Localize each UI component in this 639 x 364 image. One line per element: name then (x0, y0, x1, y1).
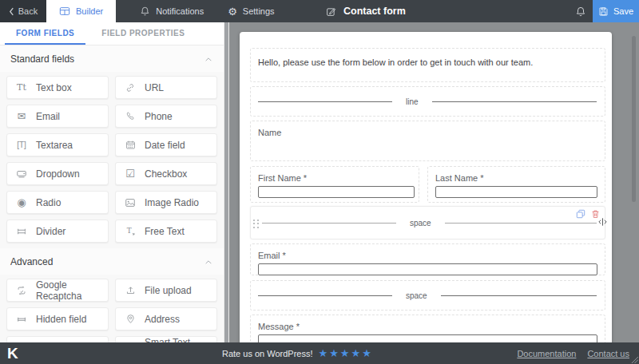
field-button-divider[interactable]: Divider (6, 220, 109, 243)
save-label: Save (613, 6, 633, 16)
field-label: Smart Text Output (145, 337, 208, 343)
link-icon (124, 81, 137, 94)
sidebar-scrollbar-thumb[interactable] (224, 22, 228, 342)
notifications-bell-button[interactable] (569, 0, 593, 22)
field-button-url[interactable]: URL (115, 76, 217, 99)
resize-grip-icon[interactable] (631, 356, 638, 363)
tab-builder-label: Builder (76, 6, 103, 16)
field-button-radio[interactable]: ◉ Radio (6, 191, 109, 214)
field-button-google-recaptcha[interactable]: Google Recaptcha (6, 279, 109, 302)
canvas-block-last-name[interactable]: Last Name * (427, 166, 605, 203)
star-icon[interactable]: ★ (340, 348, 350, 358)
edit-pencil-icon[interactable] (326, 6, 336, 17)
star-icon[interactable]: ★ (362, 348, 371, 358)
canvas-block-first-name[interactable]: First Name * (250, 166, 419, 203)
calendar-icon (124, 139, 137, 152)
divider-row: space (251, 207, 605, 239)
field-button-image-radio[interactable]: Image Radio (115, 191, 217, 214)
field-label: Radio (36, 197, 61, 208)
email-input[interactable] (258, 263, 597, 275)
tab-notifications[interactable]: Notifications (140, 0, 204, 22)
star-icon[interactable]: ★ (329, 348, 339, 358)
message-label: Message * (258, 322, 605, 331)
tab-notifications-label: Notifications (156, 6, 204, 16)
section-standard-fields[interactable]: Standard fields (0, 46, 224, 72)
field-button-rating[interactable]: ★ Rating (6, 336, 109, 342)
field-label: Checkbox (145, 168, 187, 180)
documentation-link[interactable]: Documentation (517, 349, 576, 358)
field-button-phone[interactable]: Phone (115, 105, 217, 128)
field-label: Textarea (36, 140, 73, 151)
sidebar-scrollbar (224, 22, 229, 342)
canvas-block-message[interactable]: Message * (250, 315, 605, 342)
field-button-date-field[interactable]: Date field (115, 133, 217, 156)
tab-form-fields[interactable]: FORM FIELDS (5, 22, 85, 45)
field-button-checkbox[interactable]: ☑ Checkbox (115, 162, 217, 185)
form-canvas: Hello, please use the form below in orde… (240, 32, 612, 342)
map-pin-icon (124, 313, 137, 326)
bell-icon (140, 6, 150, 17)
canvas-block-freetext[interactable]: Hello, please use the form below in orde… (250, 48, 605, 82)
rate-us-text: Rate us on WordPress! (222, 349, 313, 358)
form-title: Contact form (343, 6, 406, 17)
freetext-content: Hello, please use the form below in orde… (258, 57, 597, 67)
section-advanced[interactable]: Advanced (0, 248, 224, 275)
field-button-free-text[interactable]: T Free Text (115, 220, 217, 243)
form-builder-app: Back Builder Notifications ⚙ Settings Co… (0, 0, 639, 364)
divider-line (445, 223, 597, 224)
divider-line (441, 295, 597, 296)
rating-stars: ★ ★ ★ ★ ★ (319, 348, 371, 358)
textbox-icon: Tt (15, 81, 28, 94)
tab-field-properties[interactable]: FIELD PROPERTIES (90, 22, 196, 45)
free-text-icon: T (124, 225, 137, 238)
divider-label: space (392, 291, 441, 300)
back-button[interactable]: Back (0, 0, 46, 22)
field-button-dropdown[interactable]: Dropdown (6, 162, 109, 185)
message-textarea[interactable] (258, 334, 597, 342)
field-button-file-upload[interactable]: File upload (115, 279, 217, 302)
star-icon[interactable]: ★ (319, 348, 328, 358)
canvas-block-space-divider[interactable]: space (250, 280, 605, 311)
field-button-email[interactable]: ✉ Email (6, 105, 109, 128)
field-button-text-box[interactable]: Tt Text box (6, 76, 109, 99)
field-button-hidden-field[interactable]: Hidden field (6, 307, 109, 330)
field-button-textarea[interactable]: [T] Textarea (6, 133, 109, 156)
sidebar: FORM FIELDS FIELD PROPERTIES Standard fi… (0, 22, 224, 342)
field-label: URL (145, 82, 164, 93)
field-label: Text box (36, 82, 72, 93)
divider-line (258, 101, 392, 102)
image-icon (124, 196, 137, 209)
tab-settings[interactable]: ⚙ Settings (228, 0, 274, 22)
resize-handle-icon[interactable] (597, 218, 608, 226)
canvas-block-space-divider-selected[interactable]: space (250, 206, 605, 239)
duplicate-icon[interactable] (576, 209, 585, 219)
hidden-field-icon (15, 313, 28, 326)
star-icon[interactable]: ★ (351, 348, 360, 358)
first-name-input[interactable] (258, 186, 415, 198)
workspace-scrollbar-thumb[interactable] (632, 36, 636, 202)
divider-label: space (396, 219, 445, 228)
topbar: Back Builder Notifications ⚙ Settings Co… (0, 0, 639, 22)
tab-builder[interactable]: Builder (46, 0, 116, 22)
last-name-input[interactable] (435, 186, 597, 198)
tab-settings-label: Settings (243, 6, 275, 16)
sidebar-tabs: FORM FIELDS FIELD PROPERTIES (0, 22, 224, 46)
field-button-smart-text-output[interactable]: ·T· Smart Text Output (115, 336, 217, 342)
canvas-block-name[interactable]: Name (250, 121, 605, 161)
upload-icon (124, 284, 137, 297)
field-label: Dropdown (36, 168, 80, 180)
divider-label: line (392, 97, 432, 106)
save-button[interactable]: Save (593, 0, 639, 22)
first-name-label: First Name * (258, 173, 419, 183)
textarea-icon: [T] (15, 139, 28, 152)
divider-line (262, 223, 396, 224)
kali-forms-logo: K (7, 345, 18, 362)
checkbox-icon: ☑ (124, 168, 137, 180)
contact-us-link[interactable]: Contact us (587, 349, 629, 358)
drag-handle-icon[interactable] (253, 220, 259, 228)
divider-row: space (251, 281, 605, 310)
canvas-block-line-divider[interactable]: line (250, 86, 605, 117)
envelope-icon: ✉ (15, 110, 28, 123)
canvas-block-email[interactable]: Email * (250, 243, 605, 275)
field-button-address[interactable]: Address (115, 307, 217, 330)
